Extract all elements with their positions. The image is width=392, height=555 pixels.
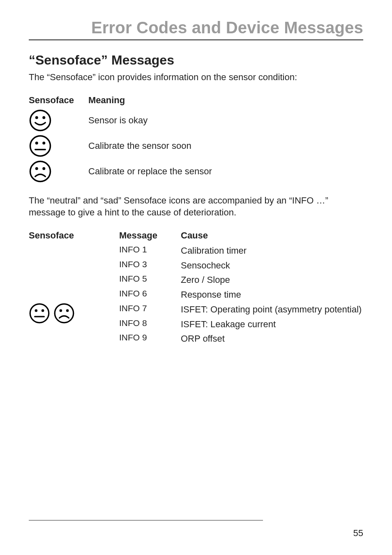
cause-value: Zero / Slope <box>181 274 363 286</box>
sensoface-row-neutral: Calibrate the sensor soon <box>29 134 363 157</box>
face-neutral-icon <box>29 303 50 324</box>
icon-cell <box>29 109 88 132</box>
message-value: INFO 6 <box>119 289 181 301</box>
sensoface-row-sad: Calibrate or replace the sensor <box>29 160 363 183</box>
message-table-header: Sensoface Message Cause <box>29 230 363 241</box>
message-value: INFO 1 <box>119 245 181 257</box>
face-happy-icon <box>29 109 52 132</box>
icon-cell <box>29 134 88 157</box>
table-row: INFO 7 ISFET: Operating point (asymmetry… <box>119 302 363 317</box>
table-row: INFO 8 ISFET: Leakage current <box>119 317 363 332</box>
column-header-meaning: Meaning <box>88 95 125 106</box>
column-header-sensoface: Sensoface <box>29 230 119 241</box>
meaning-text: Calibrate or replace the sensor <box>88 166 212 177</box>
page-header-title: Error Codes and Device Messages <box>29 18 363 40</box>
cause-value: ISFET: Operating point (asymmetry potent… <box>181 303 363 316</box>
sensoface-meaning-header-row: Sensoface Meaning <box>29 95 363 106</box>
table-row: INFO 9 ORP offset <box>119 331 363 346</box>
cause-value: ORP offset <box>181 333 363 345</box>
table-row: INFO 3 Sensocheck <box>119 258 363 273</box>
cause-value: Sensocheck <box>181 259 363 272</box>
column-header-message: Message <box>119 230 181 241</box>
note-text: The “neutral” and “sad” Sensoface icons … <box>29 194 363 219</box>
message-value: INFO 9 <box>119 333 181 345</box>
meaning-text: Sensor is okay <box>88 115 148 126</box>
message-value: INFO 7 <box>119 303 181 316</box>
sensoface-icons-cell <box>29 243 119 346</box>
cause-value: ISFET: Leakage current <box>181 318 363 331</box>
column-header-sensoface: Sensoface <box>29 95 88 106</box>
table-row: INFO 6 Response time <box>119 287 363 302</box>
footer-rule <box>29 520 263 520</box>
section-heading-sensoface-messages: “Sensoface” Messages <box>29 53 363 68</box>
message-value: INFO 3 <box>119 259 181 272</box>
face-neutral-icon <box>29 134 52 157</box>
sensoface-row-happy: Sensor is okay <box>29 109 363 132</box>
sensoface-meaning-rows: Sensor is okay Calibrate the sensor soon… <box>29 109 363 183</box>
page-number: 55 <box>29 528 363 539</box>
table-row: INFO 1 Calibration timer <box>119 243 363 258</box>
table-row: INFO 5 Zero / Slope <box>119 273 363 287</box>
message-value: INFO 8 <box>119 318 181 331</box>
message-value: INFO 5 <box>119 274 181 286</box>
message-table-body: INFO 1 Calibration timer INFO 3 Sensoche… <box>29 243 363 346</box>
cause-value: Response time <box>181 289 363 301</box>
face-sad-icon <box>53 303 75 324</box>
meaning-text: Calibrate the sensor soon <box>88 141 191 151</box>
message-rows: INFO 1 Calibration timer INFO 3 Sensoche… <box>119 243 363 346</box>
sensoface-icon-pair <box>29 266 75 324</box>
face-sad-icon <box>29 160 52 183</box>
icon-cell <box>29 160 88 183</box>
section-intro-text: The “Sensoface” icon provides informatio… <box>29 71 363 83</box>
cause-value: Calibration timer <box>181 245 363 257</box>
column-header-cause: Cause <box>181 230 363 241</box>
